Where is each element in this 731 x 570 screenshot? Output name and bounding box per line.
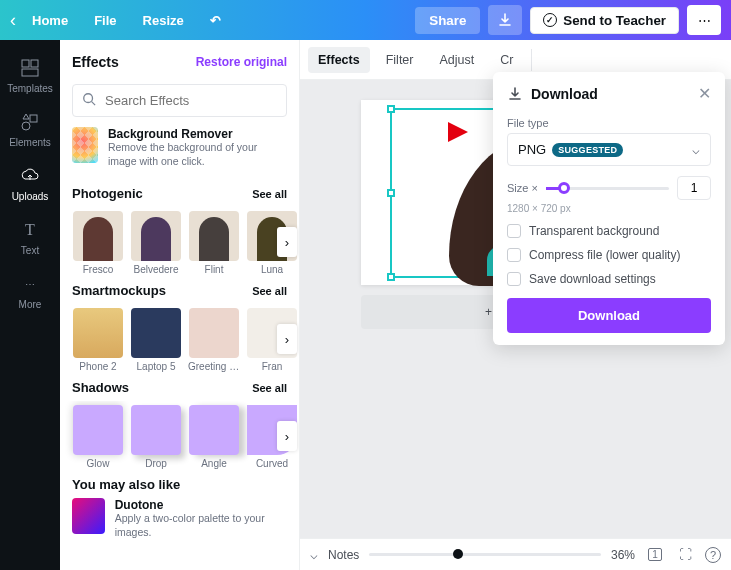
tile-label: Belvedere <box>130 264 182 275</box>
restore-original-link[interactable]: Restore original <box>196 55 287 69</box>
tile-label: Drop <box>130 458 182 469</box>
teacher-label: Send to Teacher <box>563 13 666 28</box>
rail-more-label: More <box>19 299 42 310</box>
zoom-slider[interactable] <box>369 553 601 556</box>
effect-tile[interactable]: Fresco <box>72 211 124 275</box>
download-popover: Download ✕ File type PNG SUGGESTED ⌵ Siz… <box>493 72 725 345</box>
tile-label: Glow <box>72 458 124 469</box>
file-button[interactable]: File <box>84 7 126 34</box>
effect-tile[interactable]: Laptop 5 <box>130 308 182 372</box>
more-options-button[interactable]: ⋯ <box>687 5 721 35</box>
file-type-value: PNG <box>518 142 546 157</box>
rail-text[interactable]: T Text <box>0 210 60 264</box>
size-input[interactable] <box>677 176 711 200</box>
ob-filter[interactable]: Filter <box>376 47 424 73</box>
back-icon[interactable]: ‹ <box>10 10 16 31</box>
bg-remover-title: Background Remover <box>108 127 287 141</box>
svg-rect-2 <box>22 69 38 76</box>
scroll-right-button[interactable]: › <box>277 227 297 257</box>
notes-collapse-icon[interactable]: ⌵ <box>310 547 318 562</box>
download-icon-button[interactable] <box>488 5 522 35</box>
zoom-value: 36% <box>611 548 635 562</box>
rail-elements[interactable]: Elements <box>0 102 60 156</box>
top-bar: ‹ Home File Resize ↶ Share ✓ Send to Tea… <box>0 0 731 40</box>
see-all-shadows[interactable]: See all <box>252 382 287 394</box>
resize-button[interactable]: Resize <box>133 7 194 34</box>
canvas-region: Effects Filter Adjust Cr Download ✕ File… <box>300 40 731 570</box>
svg-point-5 <box>84 94 93 103</box>
help-icon[interactable]: ? <box>705 547 721 563</box>
checkbox[interactable] <box>507 272 521 286</box>
tile-label: Laptop 5 <box>130 361 182 372</box>
duotone-item[interactable]: Duotone Apply a two-color palette to you… <box>60 498 299 551</box>
more-icon: ⋯ <box>18 272 42 296</box>
checkbox[interactable] <box>507 248 521 262</box>
ob-effects[interactable]: Effects <box>308 47 370 73</box>
may-also-like-title: You may also like <box>72 477 180 492</box>
opt-label: Compress file (lower quality) <box>529 248 680 262</box>
resize-handle[interactable] <box>387 105 395 113</box>
effect-tile[interactable]: Flint <box>188 211 240 275</box>
resize-handle[interactable] <box>387 273 395 281</box>
download-button[interactable]: Download <box>507 298 711 333</box>
tile-label: Angle <box>188 458 240 469</box>
search-input[interactable] <box>72 84 287 117</box>
scroll-right-button[interactable]: › <box>277 324 297 354</box>
download-title-icon <box>507 86 523 102</box>
effect-tile[interactable]: Belvedere <box>130 211 182 275</box>
file-type-select[interactable]: PNG SUGGESTED ⌵ <box>507 133 711 166</box>
scroll-right-button[interactable]: › <box>277 421 297 451</box>
tile-label: Fran <box>246 361 298 372</box>
tile-label: Phone 2 <box>72 361 124 372</box>
home-button[interactable]: Home <box>22 7 78 34</box>
ob-adjust[interactable]: Adjust <box>429 47 484 73</box>
duotone-thumb <box>72 498 105 534</box>
svg-rect-1 <box>31 60 38 67</box>
notes-label[interactable]: Notes <box>328 548 359 562</box>
templates-icon <box>18 56 42 80</box>
send-to-teacher-button[interactable]: ✓ Send to Teacher <box>530 7 679 34</box>
ob-crop[interactable]: Cr <box>490 47 523 73</box>
save-settings-option[interactable]: Save download settings <box>507 272 711 286</box>
effect-tile[interactable]: Glow <box>72 405 124 469</box>
effect-tile[interactable]: Phone 2 <box>72 308 124 372</box>
text-icon: T <box>18 218 42 242</box>
tile-label: Greeting car... <box>188 361 240 372</box>
resize-handle[interactable] <box>387 189 395 197</box>
fullscreen-icon[interactable]: ⛶ <box>675 545 695 565</box>
file-type-label: File type <box>507 117 711 129</box>
annotation-arrow-icon <box>398 118 468 146</box>
share-button[interactable]: Share <box>415 7 480 34</box>
rail-more[interactable]: ⋯ More <box>0 264 60 318</box>
effect-tile[interactable]: Greeting car... <box>188 308 240 372</box>
rail-templates[interactable]: Templates <box>0 48 60 102</box>
effects-panel: Effects Restore original Background Remo… <box>60 40 300 570</box>
opt-label: Save download settings <box>529 272 656 286</box>
see-all-smartmockups[interactable]: See all <box>252 285 287 297</box>
panel-title: Effects <box>72 54 119 70</box>
background-remover-item[interactable]: Background Remover Remove the background… <box>60 127 299 180</box>
close-icon[interactable]: ✕ <box>698 84 711 103</box>
size-slider[interactable] <box>546 187 669 190</box>
elements-icon <box>18 110 42 134</box>
see-all-photogenic[interactable]: See all <box>252 188 287 200</box>
duotone-desc: Apply a two-color palette to your images… <box>115 512 287 539</box>
svg-rect-0 <box>22 60 29 67</box>
compress-option[interactable]: Compress file (lower quality) <box>507 248 711 262</box>
tile-label: Fresco <box>72 264 124 275</box>
transparent-bg-option[interactable]: Transparent background <box>507 224 711 238</box>
rail-text-label: Text <box>21 245 39 256</box>
size-label: Size × <box>507 182 538 194</box>
rail-uploads[interactable]: Uploads <box>0 156 60 210</box>
undo-icon[interactable]: ↶ <box>200 7 231 34</box>
chevron-down-icon: ⌵ <box>692 142 700 157</box>
duotone-title: Duotone <box>115 498 287 512</box>
section-smartmockups-title: Smartmockups <box>72 283 166 298</box>
checkbox[interactable] <box>507 224 521 238</box>
svg-point-3 <box>22 122 30 130</box>
effect-tile[interactable]: Drop <box>130 405 182 469</box>
page-selector[interactable]: 1 <box>645 545 665 565</box>
divider <box>531 49 532 71</box>
bg-remover-thumb <box>72 127 98 163</box>
effect-tile[interactable]: Angle <box>188 405 240 469</box>
